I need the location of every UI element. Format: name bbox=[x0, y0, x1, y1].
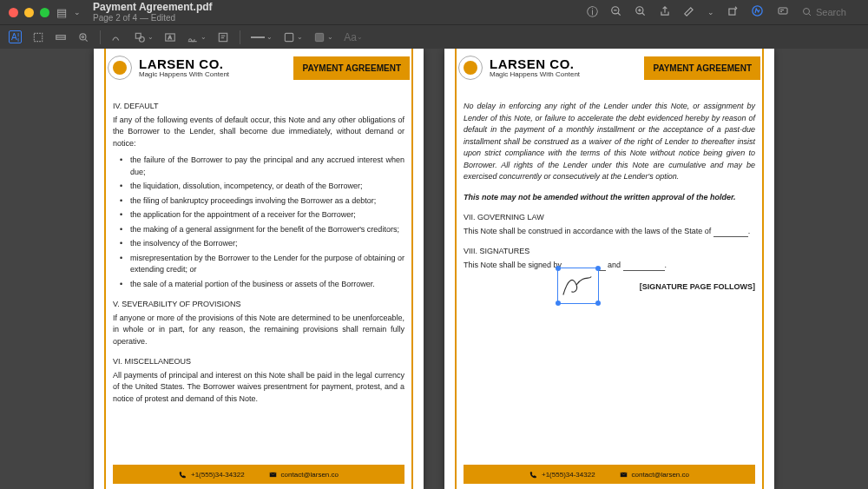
footer-phone: +1(555)34-34322 bbox=[179, 471, 245, 479]
loupe-tool-icon[interactable] bbox=[77, 31, 89, 43]
note-tool-icon[interactable] bbox=[217, 31, 229, 43]
list-item: the filing of bankruptcy proceedings inv… bbox=[123, 195, 404, 208]
list-item: misrepresentation by the Borrower to the… bbox=[123, 253, 404, 276]
chevron-down-icon[interactable]: ⌄ bbox=[707, 8, 714, 17]
stroke-style-icon[interactable]: ⌄ bbox=[251, 33, 273, 41]
chevron-down-icon[interactable]: ⌄ bbox=[74, 8, 81, 17]
sign-tool-icon[interactable]: ⌄ bbox=[187, 31, 207, 43]
resize-handle[interactable] bbox=[556, 266, 561, 271]
zoom-out-icon[interactable] bbox=[610, 5, 622, 20]
svg-point-17 bbox=[80, 33, 86, 39]
maximize-window[interactable] bbox=[40, 8, 49, 17]
svg-line-19 bbox=[86, 39, 88, 41]
shapes-tool-icon[interactable]: ⌄ bbox=[134, 31, 154, 43]
info-icon[interactable]: ⓘ bbox=[587, 4, 598, 20]
resize-handle[interactable] bbox=[595, 266, 601, 271]
window-controls bbox=[9, 8, 49, 17]
list-item: the making of a general assignment for t… bbox=[123, 224, 404, 236]
select-tool-icon[interactable] bbox=[32, 31, 44, 43]
footer-email: contact@larsen.co bbox=[269, 471, 339, 479]
footer-phone: +1(555)34-34322 bbox=[529, 471, 595, 479]
svg-point-12 bbox=[804, 9, 810, 15]
svg-line-1 bbox=[618, 12, 621, 15]
title-block: Payment Agreement.pdf Page 2 of 4 — Edit… bbox=[93, 2, 213, 23]
list-item: the failure of the Borrower to pay the p… bbox=[123, 155, 404, 178]
svg-point-21 bbox=[140, 36, 145, 42]
text-style-icon[interactable]: Aa ⌄ bbox=[344, 31, 363, 43]
stroke-color-icon[interactable]: ⌄ bbox=[283, 31, 303, 43]
list-item: the insolvency of the Borrower; bbox=[123, 238, 404, 250]
rotate-icon[interactable] bbox=[727, 5, 739, 20]
svg-rect-29 bbox=[316, 33, 324, 41]
text-box-icon[interactable]: A bbox=[164, 31, 176, 43]
share-icon[interactable] bbox=[659, 5, 671, 20]
form-icon[interactable] bbox=[776, 6, 790, 19]
sketch-tool-icon[interactable] bbox=[111, 31, 123, 43]
zoom-in-icon[interactable] bbox=[635, 5, 647, 20]
svg-line-4 bbox=[642, 12, 645, 15]
svg-text:A: A bbox=[168, 35, 172, 40]
page-2: LARSEN CO. Magic Happens With Content PA… bbox=[94, 49, 424, 489]
list-item: the sale of a material portion of the bu… bbox=[123, 279, 404, 291]
document-canvas[interactable]: LARSEN CO. Magic Happens With Content PA… bbox=[0, 49, 868, 489]
search-box[interactable] bbox=[802, 7, 859, 17]
resize-handle[interactable] bbox=[595, 301, 601, 306]
search-input[interactable] bbox=[816, 7, 859, 17]
svg-rect-7 bbox=[729, 9, 735, 15]
close-window[interactable] bbox=[9, 8, 18, 17]
sidebar-toggle-icon[interactable]: ▤ bbox=[56, 6, 67, 19]
svg-point-18 bbox=[82, 36, 84, 37]
page-3: LARSEN CO. Magic Happens With Content PA… bbox=[444, 49, 774, 489]
signature-annotation-selected[interactable] bbox=[557, 268, 599, 304]
resize-handle[interactable] bbox=[556, 301, 561, 306]
markup-toolbar: A¦ ⌄ A ⌄ ⌄ ⌄ ⌄ Aa ⌄ bbox=[0, 24, 868, 49]
document-subtitle: Page 2 of 4 — Edited bbox=[93, 13, 213, 23]
svg-rect-28 bbox=[286, 33, 293, 41]
minimize-window[interactable] bbox=[24, 8, 34, 17]
page-footer: +1(555)34-34322 contact@larsen.co bbox=[464, 465, 755, 484]
titlebar: ▤ ⌄ Payment Agreement.pdf Page 2 of 4 — … bbox=[0, 0, 868, 24]
redact-tool-icon[interactable] bbox=[55, 31, 67, 43]
annotate-icon[interactable] bbox=[751, 4, 764, 20]
footer-email: contact@larsen.co bbox=[620, 471, 689, 479]
list-item: the application for the appointment of a… bbox=[123, 209, 404, 221]
list-item: the liquidation, dissolution, incompeten… bbox=[123, 181, 404, 193]
document-filename: Payment Agreement.pdf bbox=[93, 2, 213, 13]
page-footer: +1(555)34-34322 contact@larsen.co bbox=[113, 465, 404, 484]
svg-rect-9 bbox=[779, 8, 787, 14]
markup-icon[interactable] bbox=[683, 5, 695, 20]
svg-line-13 bbox=[809, 14, 812, 17]
svg-rect-14 bbox=[35, 33, 43, 41]
text-tool-icon[interactable]: A¦ bbox=[9, 30, 22, 43]
fill-color-icon[interactable]: ⌄ bbox=[313, 31, 333, 43]
